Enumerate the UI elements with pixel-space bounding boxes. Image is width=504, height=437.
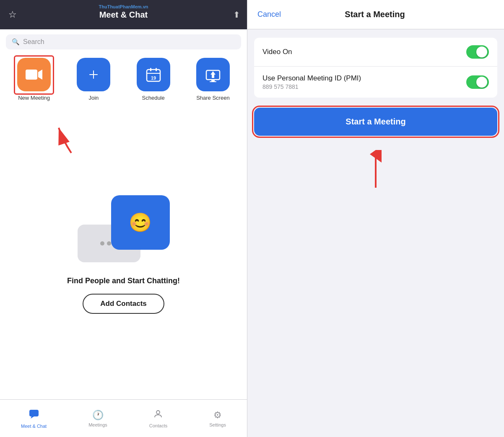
watermark: ThuThuatPhanMem.vn [99, 4, 148, 9]
settings-list: Video On Use Personal Meeting ID (PMI) 8… [254, 38, 497, 98]
svg-rect-14 [29, 410, 39, 416]
tab-meetings-label: Meetings [88, 422, 107, 427]
meetings-icon: 🕐 [92, 410, 104, 421]
bottom-tab-bar: Meet & Chat 🕐 Meetings Contacts ⚙ Settin… [0, 399, 247, 437]
meet-chat-icon [29, 409, 39, 422]
right-header: Cancel Start a Meeting [247, 0, 504, 29]
tab-contacts[interactable]: Contacts [149, 409, 167, 428]
tab-contacts-label: Contacts [149, 423, 167, 428]
video-on-row: Video On [254, 38, 497, 67]
svg-rect-11 [210, 81, 216, 82]
cancel-button[interactable]: Cancel [257, 10, 281, 19]
schedule-icon: 19 [137, 58, 170, 91]
left-header: ☆ Meet & Chat ⬆ ThuThuatPhanMem.vn [0, 0, 247, 29]
arrow-start-meeting-wrapper [247, 150, 504, 192]
join-icon [77, 58, 110, 91]
search-icon: 🔍 [12, 38, 20, 46]
video-on-label-group: Video On [262, 48, 292, 56]
svg-point-16 [156, 411, 160, 414]
left-panel: ☆ Meet & Chat ⬆ ThuThuatPhanMem.vn 🔍 Sea… [0, 0, 247, 437]
svg-marker-12 [210, 71, 216, 78]
use-pmi-row: Use Personal Meeting ID (PMI) 889 575 78… [254, 67, 497, 98]
use-pmi-label-group: Use Personal Meeting ID (PMI) 889 575 78… [262, 74, 361, 90]
svg-rect-10 [211, 80, 215, 81]
dot2 [107, 241, 111, 246]
new-meeting-button[interactable]: New Meeting [17, 58, 51, 101]
use-pmi-sublabel: 889 575 7881 [262, 83, 361, 90]
svg-rect-6 [156, 68, 157, 71]
search-bar[interactable]: 🔍 Search [6, 34, 241, 49]
upload-icon[interactable]: ⬆ [233, 10, 240, 20]
smiley-icon: 😊 [129, 212, 152, 233]
new-meeting-label: New Meeting [18, 95, 50, 101]
svg-rect-0 [26, 70, 37, 80]
add-contacts-button[interactable]: Add Contacts [83, 294, 164, 314]
tab-settings[interactable]: ⚙ Settings [209, 410, 226, 427]
chat-bubbles: 😊 [78, 195, 170, 266]
header-right-icons: ⬆ [233, 10, 240, 20]
start-meeting-button[interactable]: Start a Meeting [254, 108, 497, 136]
left-header-title: Meet & Chat [99, 10, 148, 20]
svg-rect-7 [147, 73, 160, 74]
watermark-text: ThuThuatPhanMem.vn [99, 4, 148, 9]
svg-rect-5 [150, 68, 151, 71]
blue-bubble: 😊 [111, 195, 170, 250]
schedule-button[interactable]: 19 Schedule [137, 58, 170, 101]
svg-marker-1 [38, 70, 42, 80]
use-pmi-label: Use Personal Meeting ID (PMI) [262, 74, 361, 83]
settings-icon: ⚙ [213, 410, 222, 421]
find-people-text: Find People and Start Chatting! [67, 277, 180, 285]
tab-meetings[interactable]: 🕐 Meetings [88, 410, 107, 427]
schedule-label: Schedule [142, 95, 165, 101]
svg-marker-15 [31, 416, 34, 419]
join-label: Join [88, 95, 99, 101]
svg-rect-3 [93, 70, 94, 79]
svg-text:19: 19 [151, 75, 156, 80]
action-buttons: New Meeting Join 19 [0, 54, 247, 109]
tab-meet-chat-label: Meet & Chat [21, 424, 47, 429]
dot1 [100, 241, 104, 246]
video-on-toggle-knob [476, 47, 487, 57]
search-placeholder: Search [23, 38, 44, 46]
arrow-new-meeting [55, 124, 80, 159]
share-screen-label: Share Screen [196, 95, 230, 101]
start-meeting-container: Start a Meeting [254, 108, 497, 136]
arrow-start-meeting [363, 150, 388, 192]
star-icon[interactable]: ☆ [8, 9, 17, 20]
right-header-title: Start a Meeting [345, 10, 405, 19]
share-screen-icon [196, 58, 230, 91]
new-meeting-icon [17, 58, 51, 91]
video-on-label: Video On [262, 48, 292, 56]
video-on-toggle[interactable] [466, 45, 489, 59]
use-pmi-toggle-knob [476, 77, 487, 88]
tab-meet-chat[interactable]: Meet & Chat [21, 409, 47, 429]
chat-content: 😊 Find People and Start Chatting! Add Co… [0, 109, 247, 399]
tab-settings-label: Settings [209, 422, 226, 427]
contacts-icon [153, 409, 163, 421]
join-button[interactable]: Join [77, 58, 110, 101]
use-pmi-toggle[interactable] [466, 75, 489, 89]
right-panel: Cancel Start a Meeting Video On Use Pers… [247, 0, 504, 437]
share-screen-button[interactable]: Share Screen [196, 58, 230, 101]
